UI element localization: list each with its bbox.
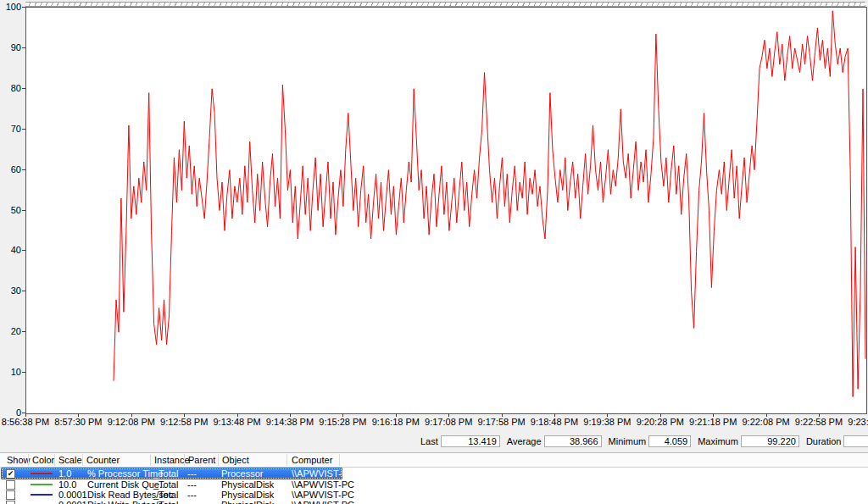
y-axis-tick — [22, 169, 25, 170]
stat-value-maximum: 99.220 — [741, 435, 799, 447]
stat-label-maximum: Maximum — [698, 436, 738, 446]
column-separator — [54, 454, 55, 466]
stat-label-duration: Duration — [806, 436, 842, 446]
y-axis-tick — [22, 7, 25, 8]
column-header-color[interactable]: Color — [32, 455, 54, 465]
cell-counter: % Processor Time — [87, 468, 163, 479]
x-axis-tick-label: 9:16:18 PM — [372, 417, 420, 427]
column-separator — [184, 454, 185, 466]
stat-label-minimum: Minimum — [609, 436, 647, 446]
column-separator — [28, 454, 29, 466]
cell-scale: 0.0001 — [58, 500, 87, 504]
cell-scale: 1.0 — [58, 468, 71, 479]
cell-instance: _Total — [153, 490, 178, 500]
y-axis-tick — [22, 250, 25, 251]
stat-value-average: 38.966 — [544, 435, 602, 447]
stat-label-average: Average — [507, 436, 542, 446]
x-axis-tick-label: 9:21:18 PM — [689, 417, 737, 427]
x-axis-tick-label: 9:14:38 PM — [266, 417, 314, 427]
x-axis-tick-label: 9:17:08 PM — [425, 417, 472, 427]
cell-instance: _Total — [153, 468, 178, 479]
y-axis-tick — [22, 88, 25, 89]
x-axis-tick-label: 9:23:48 PM — [848, 417, 868, 427]
y-axis-tick-label: 40 — [0, 246, 21, 255]
cell-computer: \\APWVIST-PC — [292, 479, 354, 490]
stat-value-duration — [843, 435, 868, 447]
x-axis-tick-label: 8:57:30 PM — [54, 417, 102, 427]
cell-object: PhysicalDisk — [221, 490, 274, 500]
x-axis-tick-label: 9:12:08 PM — [108, 417, 155, 427]
column-separator — [150, 454, 151, 466]
cell-scale: 0.0001 — [58, 490, 87, 500]
y-axis-tick-label: 90 — [0, 43, 21, 53]
y-axis-tick-label: 70 — [0, 125, 21, 134]
stat-average: Average38.966 — [507, 435, 602, 447]
stat-value-minimum: 4.059 — [648, 435, 691, 447]
counter-legend-table: ShowColorScaleCounterInstanceParentObjec… — [0, 452, 868, 504]
cell-computer: \\APWVIST-PC — [292, 468, 354, 479]
column-header-object[interactable]: Object — [222, 455, 249, 465]
x-axis-tick-label: 9:20:28 PM — [637, 417, 684, 427]
stat-last: Last13.419 — [420, 435, 500, 447]
legend-row[interactable]: 0.0001Disk Read Bytes/sec_Total---Physic… — [0, 490, 868, 500]
processor-time-chart — [26, 8, 866, 413]
cell-parent: --- — [187, 468, 197, 479]
cell-object: Processor — [221, 468, 264, 479]
y-axis-tick — [22, 331, 25, 332]
cell-instance: _Total — [153, 500, 178, 504]
cell-instance: _Total — [153, 479, 178, 490]
y-axis-tick-label: 100 — [0, 3, 21, 12]
column-header-computer[interactable]: Computer — [292, 455, 332, 465]
y-axis-tick — [22, 47, 25, 48]
color-swatch — [31, 494, 53, 496]
x-axis-tick-label: 8:56:38 PM — [2, 417, 49, 427]
cell-parent: --- — [187, 490, 197, 500]
stat-minimum: Minimum4.059 — [609, 435, 692, 447]
stat-maximum: Maximum99.220 — [698, 435, 799, 447]
legend-row[interactable]: 10.0Current Disk Que..._Total---Physical… — [0, 479, 868, 490]
y-axis-tick-label: 30 — [0, 286, 21, 296]
x-axis-tick-label: 9:22:58 PM — [795, 417, 843, 427]
column-header-parent[interactable]: Parent — [188, 455, 215, 465]
column-header-show[interactable]: Show — [7, 455, 31, 465]
cell-object: PhysicalDisk — [221, 500, 274, 504]
show-checkbox[interactable] — [6, 490, 15, 500]
y-axis-tick-label: 80 — [0, 84, 21, 93]
color-swatch — [31, 484, 53, 485]
cell-computer: \\APWVIST-PC — [292, 500, 354, 504]
stat-value-last: 13.419 — [441, 435, 500, 447]
x-axis-tick-label: 9:22:08 PM — [742, 417, 789, 427]
y-axis-tick-label: 10 — [0, 368, 21, 377]
chart-plot-area — [25, 7, 867, 414]
show-checkbox[interactable]: ✔ — [6, 469, 15, 479]
cell-computer: \\APWVIST-PC — [292, 490, 354, 500]
processor-time-series-line — [114, 11, 865, 397]
x-axis-tick-label: 9:13:48 PM — [213, 417, 260, 427]
legend-row[interactable]: 0.0001Disk Write Bytes/s..._Total---Phys… — [0, 500, 868, 504]
column-separator — [218, 454, 219, 466]
y-axis-tick-label: 60 — [0, 165, 21, 174]
stat-duration: Duration — [806, 435, 868, 447]
column-separator — [82, 454, 83, 466]
show-checkbox[interactable] — [6, 501, 15, 504]
performance-monitor-window: { "chart": { "y_axis_ticks": ["100","90"… — [0, 0, 868, 504]
cell-object: PhysicalDisk — [221, 479, 274, 490]
x-axis-tick-label: 9:19:38 PM — [583, 417, 631, 427]
x-axis-tick-label: 9:15:28 PM — [319, 417, 366, 427]
x-axis-tick-label: 9:12:58 PM — [160, 417, 208, 427]
y-axis-tick — [22, 129, 25, 130]
legend-row[interactable]: ✔1.0% Processor Time_Total---Processor\\… — [0, 468, 868, 479]
y-axis-tick — [22, 291, 25, 291]
y-axis-tick — [22, 210, 25, 211]
column-separator — [287, 454, 287, 466]
show-checkbox[interactable] — [6, 480, 15, 490]
column-header-counter[interactable]: Counter — [86, 455, 120, 465]
legend-header-row: ShowColorScaleCounterInstanceParentObjec… — [0, 453, 868, 468]
x-axis-tick-label: 9:18:48 PM — [531, 417, 578, 427]
cell-parent: --- — [187, 500, 197, 504]
column-header-scale[interactable]: Scale — [58, 455, 82, 465]
y-axis-tick-label: 50 — [0, 206, 21, 215]
column-separator — [339, 454, 340, 466]
y-axis-tick — [22, 372, 25, 373]
stat-label-last: Last — [420, 436, 438, 446]
